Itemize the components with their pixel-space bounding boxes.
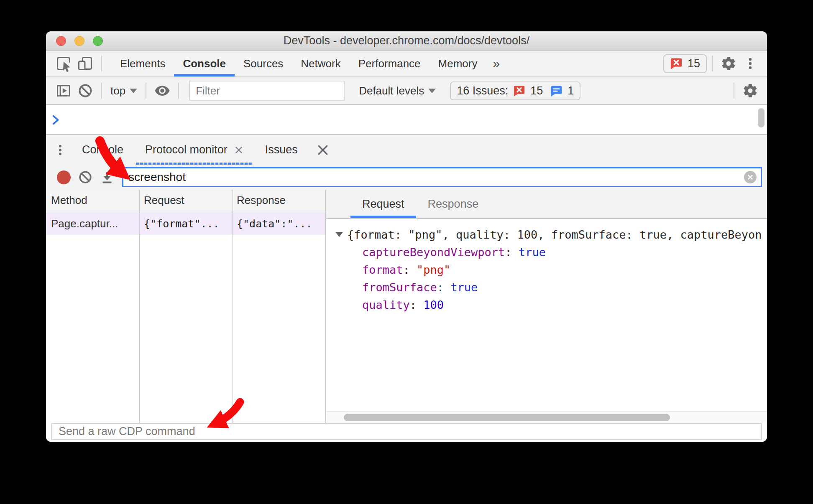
main-menu-button[interactable]	[739, 53, 761, 74]
eye-icon	[154, 83, 170, 99]
property-row[interactable]: quality: 100	[335, 296, 767, 313]
column-divider[interactable]	[139, 190, 140, 423]
detail-tab-request[interactable]: Request	[350, 190, 416, 218]
issue-message-bubble-icon	[550, 85, 562, 97]
clear-console-button[interactable]	[74, 80, 96, 102]
horizontal-scrollbar-track	[326, 411, 767, 423]
block-icon	[78, 83, 93, 98]
block-icon	[78, 170, 92, 184]
console-messages-area[interactable]	[46, 105, 767, 135]
main-toolbar: Elements Console Sources Network Perform…	[46, 51, 767, 77]
toolbar-divider	[712, 56, 713, 71]
requests-data-grid: Method Request Response Page.captur... {…	[46, 190, 325, 423]
cdp-command-input[interactable]	[51, 423, 762, 440]
property-row[interactable]: fromSurface: true	[335, 278, 767, 296]
traffic-lights	[56, 36, 103, 46]
chevron-down-icon	[428, 89, 436, 93]
grid-header-row: Method Request Response	[46, 190, 325, 211]
javascript-context-dropdown[interactable]: top	[107, 84, 141, 97]
drawer-tab-protocol-monitor[interactable]: Protocol monitor	[134, 135, 254, 165]
tab-performance[interactable]: Performance	[350, 51, 430, 76]
request-json-tree: {format: "png", quality: 100, fromSurfac…	[326, 219, 767, 313]
error-count: 15	[688, 57, 700, 70]
panel-tabs: Elements Console Sources Network Perform…	[111, 51, 506, 76]
drawer-tab-console[interactable]: Console	[71, 135, 134, 165]
tab-console[interactable]: Console	[174, 51, 235, 76]
inspect-element-button[interactable]	[53, 53, 74, 74]
console-toolbar: top Default levels 16 Issues:	[46, 77, 767, 105]
log-levels-dropdown[interactable]: Default levels	[355, 84, 439, 97]
object-preview-line[interactable]: {format: "png", quality: 100, fromSurfac…	[335, 226, 767, 243]
close-window-button[interactable]	[56, 36, 66, 46]
device-toolbar-button[interactable]	[74, 53, 96, 74]
download-icon	[100, 170, 115, 185]
three-dots-vertical-icon	[743, 56, 757, 71]
gear-icon	[742, 83, 758, 99]
drawer-tab-label: Console	[82, 143, 123, 156]
property-row[interactable]: format: "png"	[335, 261, 767, 278]
property-key: format	[362, 263, 403, 276]
record-icon	[57, 171, 71, 184]
live-expression-eye-button[interactable]	[151, 80, 173, 102]
zoom-window-button[interactable]	[93, 36, 103, 46]
tab-sources[interactable]: Sources	[235, 51, 292, 76]
context-label: top	[110, 84, 125, 97]
horizontal-scrollbar[interactable]	[344, 414, 670, 421]
close-tab-icon[interactable]	[234, 145, 243, 155]
error-bubble-icon	[670, 57, 683, 70]
property-value: true	[450, 281, 478, 294]
inspect-cursor-icon	[55, 55, 72, 72]
error-count-badge[interactable]: 15	[663, 54, 707, 73]
property-value: true	[519, 246, 546, 259]
property-key: captureBeyondViewport	[362, 246, 505, 259]
column-header-method[interactable]: Method	[46, 190, 139, 211]
console-toolbar-right	[729, 80, 761, 102]
title-bar: DevTools - developer.chrome.com/docs/dev…	[46, 31, 767, 51]
close-icon	[317, 144, 329, 156]
cell-response: {"data":"...	[232, 212, 325, 235]
clear-search-button[interactable]	[744, 171, 757, 183]
issues-counter[interactable]: 16 Issues: 15 1	[450, 81, 580, 100]
issue-error-bubble-icon	[513, 85, 525, 97]
issues-warning-count: 1	[568, 84, 574, 97]
close-drawer-button[interactable]	[312, 139, 334, 161]
save-button[interactable]	[96, 166, 118, 188]
protocol-monitor-content: Method Request Response Page.captur... {…	[46, 190, 767, 423]
drawer-tab-issues[interactable]: Issues	[254, 135, 309, 165]
minimize-window-button[interactable]	[74, 36, 84, 46]
request-detail-pane: Request Response {format: "png", quality…	[325, 190, 767, 423]
expand-triangle-icon[interactable]	[335, 232, 343, 237]
issues-label: 16 Issues:	[457, 84, 508, 97]
property-value: "png"	[417, 263, 450, 276]
protocol-monitor-toolbar	[46, 165, 767, 190]
table-row-selected[interactable]: Page.captur... {"format"... {"data":"...	[46, 212, 325, 235]
property-key: quality	[362, 298, 410, 311]
tab-elements[interactable]: Elements	[111, 51, 174, 76]
tab-network[interactable]: Network	[292, 51, 349, 76]
console-settings-button[interactable]	[739, 80, 761, 102]
object-preview-text: {format: "png", quality: 100, fromSurfac…	[347, 228, 762, 241]
console-vertical-scrollbar[interactable]	[758, 108, 764, 127]
drawer-tab-label: Protocol monitor	[145, 143, 228, 156]
tab-memory[interactable]: Memory	[430, 51, 486, 76]
clear-x-icon	[747, 174, 754, 181]
protocol-search-input[interactable]	[123, 171, 744, 184]
console-sidebar-toggle-button[interactable]	[53, 80, 74, 102]
cell-request: {"format"...	[139, 212, 232, 235]
more-panels-button[interactable]: »	[486, 51, 506, 76]
detail-tab-response[interactable]: Response	[416, 190, 491, 218]
column-header-request[interactable]: Request	[139, 190, 232, 211]
settings-button[interactable]	[718, 53, 739, 74]
toolbar-divider	[734, 83, 734, 99]
log-levels-label: Default levels	[359, 84, 424, 97]
issues-error-count: 15	[530, 84, 543, 97]
property-row[interactable]: captureBeyondViewport: true	[335, 243, 767, 261]
record-button[interactable]	[53, 166, 74, 188]
clear-all-button[interactable]	[74, 166, 96, 188]
drawer-menu-button[interactable]	[49, 139, 71, 161]
console-prompt-chevron-icon	[51, 114, 61, 126]
chevron-down-icon	[130, 89, 137, 93]
console-filter-input[interactable]	[189, 81, 345, 101]
column-divider[interactable]	[232, 190, 233, 423]
column-header-response[interactable]: Response	[232, 190, 325, 211]
